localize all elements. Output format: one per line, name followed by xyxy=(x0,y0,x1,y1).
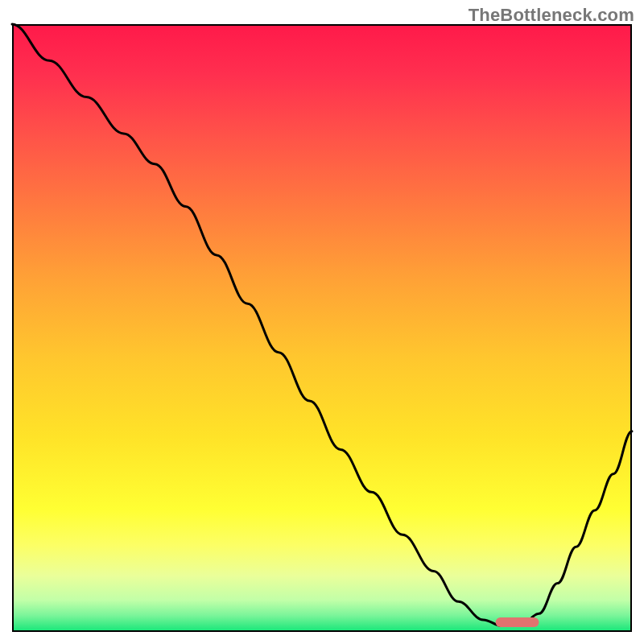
optimal-marker xyxy=(496,617,539,627)
watermark-text: TheBottleneck.com xyxy=(469,5,634,26)
chart-svg xyxy=(0,0,644,644)
